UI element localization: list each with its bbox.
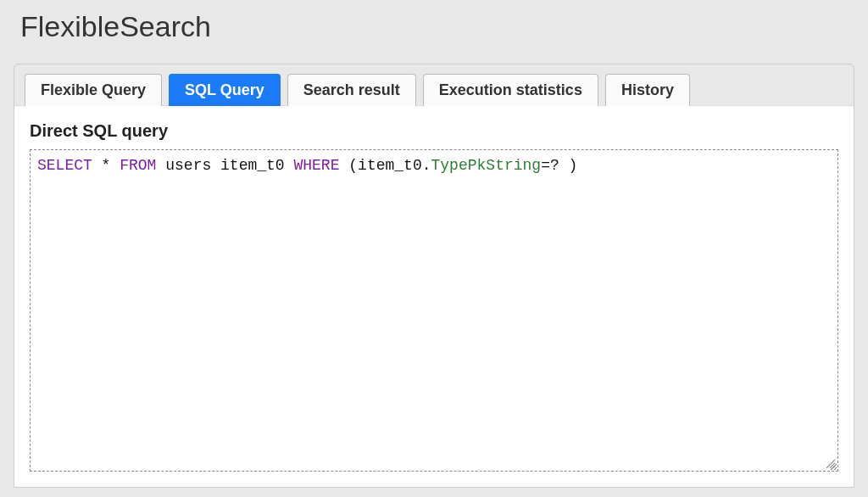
tab-execution-statistics[interactable]: Execution statistics bbox=[423, 74, 598, 106]
tab-search-result[interactable]: Search result bbox=[287, 74, 416, 106]
sql-editor[interactable]: SELECT * FROM users item_t0 WHERE (item_… bbox=[30, 149, 838, 472]
sql-token: users item_t0 bbox=[156, 157, 293, 174]
tab-history[interactable]: History bbox=[605, 74, 690, 106]
svg-line-2 bbox=[833, 466, 835, 468]
tab-bar: Flexible Query SQL Query Search result E… bbox=[14, 64, 854, 106]
section-title: Direct SQL query bbox=[30, 121, 838, 141]
sql-token: (item_t0. bbox=[339, 157, 431, 174]
page-root: FlexibleSearch Flexible Query SQL Query … bbox=[0, 0, 868, 488]
tab-label: Execution statistics bbox=[439, 81, 582, 98]
main-panel: Flexible Query SQL Query Search result E… bbox=[14, 64, 854, 488]
resize-grip-icon bbox=[824, 457, 836, 469]
tab-content-sql-query: Direct SQL query SELECT * FROM users ite… bbox=[14, 106, 854, 487]
sql-token: * bbox=[92, 157, 120, 174]
tab-label: History bbox=[621, 81, 674, 98]
tab-label: SQL Query bbox=[185, 81, 264, 98]
sql-token: SELECT bbox=[37, 157, 92, 174]
page-title: FlexibleSearch bbox=[0, 0, 868, 53]
sql-token: WHERE bbox=[293, 157, 339, 174]
sql-token: =? ) bbox=[541, 157, 577, 174]
tab-sql-query[interactable]: SQL Query bbox=[169, 74, 281, 106]
tab-flexible-query[interactable]: Flexible Query bbox=[25, 74, 162, 106]
tab-label: Search result bbox=[303, 81, 400, 98]
svg-line-0 bbox=[826, 460, 835, 468]
svg-line-1 bbox=[830, 463, 835, 468]
sql-token: TypePkString bbox=[431, 157, 542, 174]
sql-token: FROM bbox=[120, 157, 156, 174]
tab-label: Flexible Query bbox=[41, 81, 146, 98]
